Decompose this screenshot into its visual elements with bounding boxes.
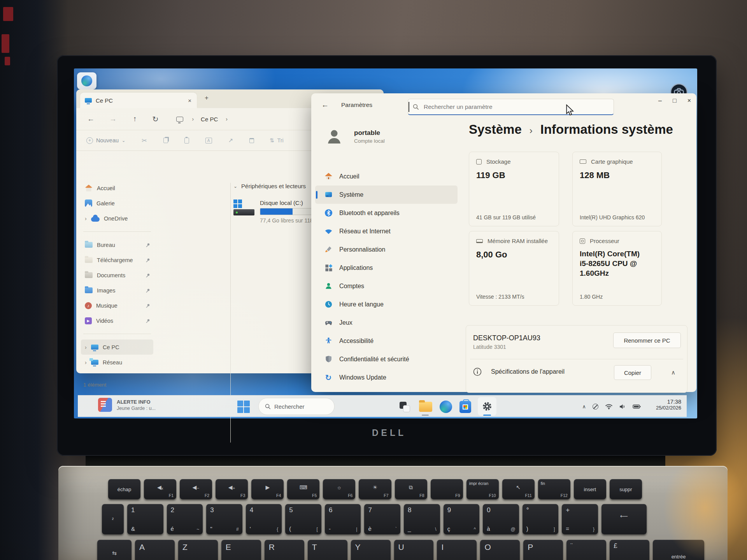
- maximize-button[interactable]: □: [673, 97, 677, 104]
- keyboard-key[interactable]: ◀₋F2: [180, 479, 212, 499]
- keyboard-key[interactable]: A: [135, 540, 175, 560]
- sidebar-item-onedrive[interactable]: › OneDrive: [81, 211, 153, 226]
- keyboard-key[interactable]: 2é~: [167, 504, 203, 534]
- back-icon[interactable]: ←: [321, 101, 329, 109]
- breadcrumb-parent[interactable]: Système: [469, 122, 522, 137]
- settings-nav-accessibilite[interactable]: Accessibilité: [315, 332, 458, 350]
- keyboard-key[interactable]: F9: [431, 479, 463, 499]
- refresh-icon[interactable]: ↻: [153, 115, 159, 124]
- settings-nav-accueil[interactable]: Accueil: [315, 167, 458, 186]
- new-button[interactable]: + Nouveau ⌄: [86, 137, 125, 144]
- sidebar-item-galerie[interactable]: Galerie: [81, 196, 153, 211]
- keyboard-key[interactable]: °)]: [523, 504, 559, 534]
- settings-nav-bluetooth[interactable]: Bluetooth et appareils: [315, 204, 458, 222]
- desktop-edge-shortcut[interactable]: [77, 72, 96, 89]
- keyboard-key[interactable]: O: [480, 540, 520, 560]
- keyboard-key[interactable]: insert: [574, 479, 606, 499]
- keyboard-key[interactable]: ☼F6: [323, 479, 355, 499]
- keyboard-key[interactable]: 4'{: [246, 504, 282, 534]
- start-button[interactable]: [235, 399, 252, 415]
- tray-chevron-icon[interactable]: ∧: [582, 404, 586, 410]
- collapse-chevron-icon[interactable]: ∧: [671, 369, 675, 376]
- keyboard-key[interactable]: U: [394, 540, 434, 560]
- settings-button[interactable]: [478, 397, 496, 416]
- share-icon[interactable]: ↗: [228, 137, 233, 144]
- rename-icon[interactable]: A: [205, 138, 212, 144]
- keyboard-key[interactable]: 8_\: [404, 504, 440, 534]
- copy-icon[interactable]: [163, 138, 168, 143]
- keyboard-key[interactable]: finF12: [538, 479, 570, 499]
- keyboard-key[interactable]: 5([: [285, 504, 321, 534]
- close-button[interactable]: ×: [687, 97, 691, 104]
- keyboard-key[interactable]: ⧉F8: [395, 479, 427, 499]
- sidebar-item-ce-pc[interactable]: › Ce PC: [81, 340, 153, 355]
- keyboard-key[interactable]: ↖F11: [502, 479, 535, 499]
- sidebar-item-musique[interactable]: ♪ Musique: [81, 298, 153, 313]
- account-block[interactable]: portable Compte local: [325, 128, 385, 145]
- settings-nav-personnalisation[interactable]: Personnalisation: [315, 240, 458, 259]
- keyboard-key[interactable]: ☀F7: [359, 479, 391, 499]
- keyboard-key[interactable]: T: [308, 540, 347, 560]
- keyboard-key[interactable]: P: [523, 540, 563, 560]
- keyboard-key[interactable]: ⟵: [601, 504, 647, 534]
- edge-button[interactable]: [437, 399, 454, 415]
- settings-nav-reseau[interactable]: Réseau et Internet: [315, 222, 458, 240]
- cut-icon[interactable]: ✂: [142, 137, 147, 144]
- keyboard-key[interactable]: ⌨F5: [287, 479, 319, 499]
- keyboard-key[interactable]: 3"#: [206, 504, 242, 534]
- up-icon[interactable]: ↑: [133, 115, 137, 123]
- system-tray[interactable]: ∧: [582, 396, 641, 417]
- sort-button[interactable]: ⇅Tri: [270, 137, 284, 144]
- settings-nav-confidentialite[interactable]: Confidentialité et sécurité: [315, 350, 458, 368]
- minimize-button[interactable]: –: [658, 97, 662, 104]
- settings-search[interactable]: [408, 99, 614, 115]
- keyboard-key[interactable]: impr écranF10: [466, 479, 499, 499]
- explorer-tab[interactable]: Ce PC ×: [80, 93, 197, 108]
- keyboard-key[interactable]: +=}: [562, 504, 598, 534]
- settings-nav-heure-langue[interactable]: Heure et langue: [315, 295, 458, 313]
- file-explorer-button[interactable]: [417, 399, 434, 415]
- sidebar-item-videos[interactable]: ▶ Vidéos: [81, 313, 153, 328]
- keyboard-key[interactable]: entrée: [653, 540, 704, 560]
- keyboard-key[interactable]: I: [437, 540, 477, 560]
- taskbar-search[interactable]: Rechercher: [258, 398, 335, 415]
- new-tab-button[interactable]: +: [205, 94, 209, 102]
- sidebar-item-reseau[interactable]: › Réseau: [81, 355, 153, 370]
- tab-close-icon[interactable]: ×: [188, 97, 191, 104]
- keyboard-key[interactable]: 6-|: [325, 504, 361, 534]
- sidebar-item-accueil[interactable]: Accueil: [81, 180, 153, 196]
- breadcrumb[interactable]: Ce PC: [201, 116, 218, 122]
- keyboard-key[interactable]: ◀ₓF1: [144, 479, 176, 499]
- keyboard-key[interactable]: R: [265, 540, 304, 560]
- keyboard-key[interactable]: 7è`: [364, 504, 400, 534]
- back-icon[interactable]: ←: [87, 115, 95, 123]
- keyboard-key[interactable]: Y: [351, 540, 391, 560]
- sidebar-item-telechargements[interactable]: Téléchargeme: [81, 252, 153, 268]
- paste-icon[interactable]: [184, 138, 189, 144]
- sidebar-item-bureau[interactable]: Bureau: [81, 237, 153, 252]
- copy-button[interactable]: Copier: [614, 365, 651, 380]
- keyboard-key[interactable]: ◀₊F3: [216, 479, 248, 499]
- rename-pc-button[interactable]: Renommer ce PC: [613, 332, 681, 348]
- keyboard-key[interactable]: £$: [610, 540, 649, 560]
- keyboard-key[interactable]: ▶F4: [251, 479, 284, 499]
- keyboard-key[interactable]: suppr: [610, 479, 642, 499]
- sidebar-item-images[interactable]: Images: [81, 283, 153, 298]
- taskbar-widget[interactable]: ALERTE INFO Jeune Garde : u...: [98, 398, 156, 412]
- keyboard-key[interactable]: 9ç^: [444, 504, 480, 534]
- search-input[interactable]: [423, 103, 586, 111]
- store-button[interactable]: [457, 399, 474, 415]
- sidebar-item-documents[interactable]: Documents: [81, 268, 153, 283]
- keyboard-key[interactable]: Z: [178, 540, 218, 560]
- keyboard-key[interactable]: échap: [108, 479, 140, 499]
- task-view-button[interactable]: [396, 399, 413, 415]
- keyboard-key[interactable]: ⇆: [97, 540, 132, 560]
- settings-nav-systeme[interactable]: Système: [315, 186, 458, 204]
- keyboard-key[interactable]: 0à@: [483, 504, 519, 534]
- settings-nav-applications[interactable]: Applications: [315, 259, 458, 277]
- settings-nav-comptes[interactable]: Comptes: [315, 277, 458, 295]
- taskbar-clock[interactable]: 17:38 25/02/2026: [656, 399, 681, 411]
- settings-nav-jeux[interactable]: Jeux: [315, 313, 458, 332]
- keyboard-key[interactable]: E: [221, 540, 261, 560]
- keyboard-key[interactable]: 1&: [127, 504, 163, 534]
